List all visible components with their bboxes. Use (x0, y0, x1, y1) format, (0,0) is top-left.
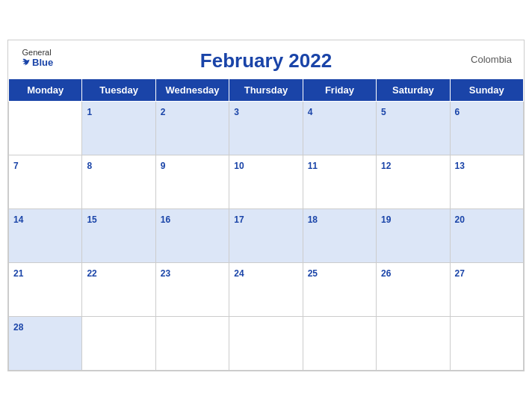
calendar-day-cell: 2 (155, 102, 229, 155)
calendar-day-cell: 25 (303, 263, 376, 317)
calendar-week-row: 21222324252627 (9, 263, 524, 317)
calendar-week-row: 28 (9, 317, 524, 371)
calendar-day-cell: 1 (82, 102, 155, 155)
calendar-day-cell: 26 (377, 263, 450, 317)
logo-general: General (22, 48, 52, 57)
day-number: 1 (87, 107, 92, 117)
calendar-day-cell: 9 (155, 155, 229, 209)
header-thursday: Thursday (229, 79, 303, 102)
calendar-day-cell: 23 (155, 263, 229, 317)
day-number: 19 (381, 214, 391, 225)
calendar-day-cell: 4 (303, 102, 376, 155)
day-number: 2 (161, 107, 166, 117)
day-number: 24 (234, 268, 244, 279)
day-number: 8 (87, 161, 92, 171)
calendar-day-cell: 12 (377, 155, 450, 209)
header-monday: Monday (9, 79, 82, 102)
day-number: 6 (455, 107, 460, 117)
calendar-day-cell: 15 (82, 209, 155, 263)
calendar-day-cell: 21 (9, 263, 82, 317)
day-number: 4 (308, 107, 313, 117)
calendar-day-cell: 6 (450, 102, 523, 155)
day-number: 13 (455, 161, 465, 171)
calendar-day-cell: 11 (303, 155, 376, 209)
header-wednesday: Wednesday (155, 79, 229, 102)
logo-blue: Blue (20, 57, 53, 68)
calendar-day-cell: 28 (9, 317, 82, 371)
calendar-day-cell: 7 (9, 155, 82, 209)
header-saturday: Saturday (377, 79, 450, 102)
calendar-grid: Monday Tuesday Wednesday Thursday Friday… (8, 78, 524, 371)
day-number: 21 (13, 268, 23, 279)
calendar-day-cell: 20 (450, 209, 523, 263)
day-number: 9 (161, 161, 166, 171)
calendar-title: February 2022 (200, 49, 332, 72)
calendar-day-cell (82, 317, 155, 371)
header-friday: Friday (303, 79, 376, 102)
calendar-day-cell: 24 (229, 263, 303, 317)
day-number: 12 (381, 161, 391, 171)
calendar-day-cell: 18 (303, 209, 376, 263)
calendar-day-cell: 3 (229, 102, 303, 155)
header-sunday: Sunday (450, 79, 523, 102)
day-number: 25 (308, 268, 318, 279)
day-number: 20 (455, 214, 465, 225)
calendar-day-cell: 14 (9, 209, 82, 263)
calendar-day-cell: 10 (229, 155, 303, 209)
day-number: 17 (234, 214, 244, 225)
calendar-day-cell: 5 (377, 102, 450, 155)
calendar-body: 1234567891011121314151617181920212223242… (9, 102, 524, 371)
calendar-week-row: 78910111213 (9, 155, 524, 209)
day-number: 15 (87, 214, 96, 225)
calendar-week-row: 123456 (9, 102, 524, 155)
day-number: 28 (13, 322, 23, 333)
day-number: 7 (13, 161, 19, 171)
calendar-day-cell: 8 (82, 155, 155, 209)
calendar-day-cell: 16 (155, 209, 229, 263)
calendar-day-cell: 19 (377, 209, 450, 263)
day-number: 23 (161, 268, 170, 279)
day-number: 10 (234, 161, 244, 171)
calendar-day-cell: 13 (450, 155, 523, 209)
weekday-header-row: Monday Tuesday Wednesday Thursday Friday… (9, 79, 524, 102)
calendar-container: General Blue February 2022 Colombia Mond… (7, 40, 525, 371)
calendar-day-cell (303, 317, 376, 371)
calendar-day-cell (377, 317, 450, 371)
calendar-day-cell (155, 317, 229, 371)
calendar-day-cell (450, 317, 523, 371)
calendar-day-cell: 17 (229, 209, 303, 263)
day-number: 11 (308, 161, 318, 171)
day-number: 27 (455, 268, 465, 279)
day-number: 14 (13, 214, 23, 225)
day-number: 22 (87, 268, 96, 279)
day-number: 26 (381, 268, 391, 279)
calendar-day-cell (9, 102, 82, 155)
day-number: 18 (308, 214, 318, 225)
day-number: 5 (381, 107, 386, 117)
logo-bird-icon (20, 58, 31, 68)
calendar-week-row: 14151617181920 (9, 209, 524, 263)
country-label: Colombia (471, 54, 512, 65)
header-tuesday: Tuesday (82, 79, 155, 102)
calendar-header: General Blue February 2022 Colombia (8, 40, 524, 78)
day-number: 16 (161, 214, 170, 225)
logo: General Blue (20, 48, 53, 68)
calendar-day-cell: 22 (82, 263, 155, 317)
calendar-day-cell: 27 (450, 263, 523, 317)
calendar-day-cell (229, 317, 303, 371)
day-number: 3 (234, 107, 239, 117)
